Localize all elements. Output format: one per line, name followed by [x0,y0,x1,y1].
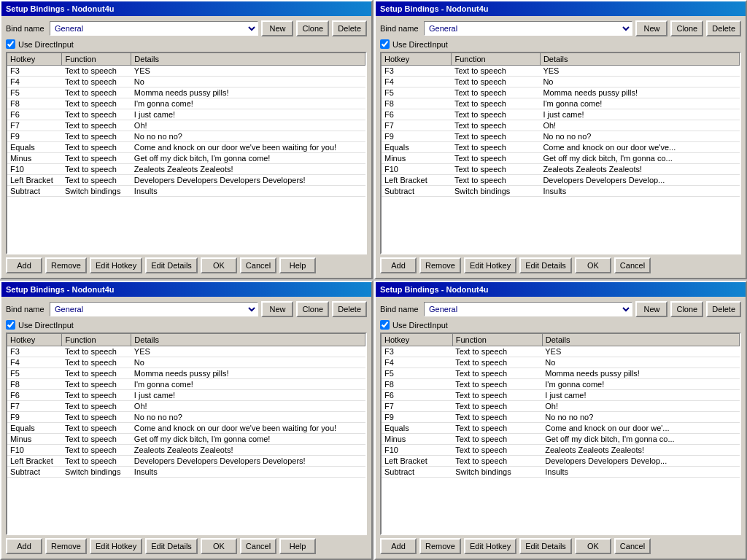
add-button-2[interactable]: Add [380,257,417,273]
add-button-4[interactable]: Add [380,538,417,554]
table-row[interactable]: EqualsText to speechCome and knock on ou… [7,423,365,434]
table-row[interactable]: SubtractSwitch bindingsInsults [382,467,740,478]
cancel-button-3[interactable]: Cancel [240,538,276,554]
title-bar-4: Setup Bindings - Nodonut4u [376,282,746,297]
directinput-checkbox-1[interactable] [6,39,15,49]
clone-button-1[interactable]: Clone [296,20,329,36]
ok-button-4[interactable]: OK [575,538,611,554]
cancel-button-1[interactable]: Cancel [240,257,276,273]
table-container-4[interactable]: Hotkey Function Details F3Text to speech… [380,332,741,535]
table-row[interactable]: F10Text to speechZealeots Zealeots Zeale… [7,445,365,456]
table-row[interactable]: F8Text to speechI'm gonna come! [382,98,740,109]
add-button-1[interactable]: Add [6,257,42,273]
new-button-1[interactable]: New [261,20,293,36]
table-row[interactable]: F4Text to speechNo [382,357,740,368]
bind-name-select-4[interactable]: General [424,302,632,316]
help-button-1[interactable]: Help [279,257,316,273]
edit-hotkey-button-3[interactable]: Edit Hotkey [90,538,142,554]
table-row[interactable]: F6Text to speechI just came! [7,109,365,120]
table-row[interactable]: MinusText to speechGet off my dick bitch… [7,434,365,445]
edit-hotkey-button-2[interactable]: Edit Hotkey [464,257,516,273]
clone-button-4[interactable]: Clone [670,301,703,317]
table-row[interactable]: F8Text to speechI'm gonna come! [7,379,365,390]
table-row[interactable]: Left BracketText to speechDevelopers Dev… [382,456,740,467]
table-row[interactable]: F4Text to speechNo [382,77,740,88]
clone-button-3[interactable]: Clone [296,301,329,317]
edit-hotkey-button-1[interactable]: Edit Hotkey [90,257,142,273]
delete-button-1[interactable]: Delete [332,20,367,36]
table-row[interactable]: F10Text to speechZealeots Zealeots Zeale… [7,164,365,175]
table-row[interactable]: F3Text to speechYES [7,66,365,77]
table-row[interactable]: F9Text to speechNo no no no? [7,131,365,142]
table-row[interactable]: F10Text to speechZealeots Zealeots Zeale… [382,445,740,456]
table-row[interactable]: F5Text to speechMomma needs pussy pills! [382,368,740,379]
table-row[interactable]: F10Text to speechZealeots Zealeots Zeale… [382,164,740,175]
table-row[interactable]: F4Text to speechNo [7,77,365,88]
table-row[interactable]: F6Text to speechI just came! [382,109,740,120]
table-row[interactable]: F3Text to speechYES [382,66,740,77]
table-container-1[interactable]: Hotkey Function Details F3Text to speech… [6,52,367,254]
ok-button-2[interactable]: OK [575,257,611,273]
table-row[interactable]: F6Text to speechI just came! [382,390,740,401]
table-row[interactable]: F9Text to speechNo no no no? [7,412,365,423]
directinput-checkbox-4[interactable] [380,320,390,330]
table-container-3[interactable]: Hotkey Function Details F3Text to speech… [6,332,367,535]
table-row[interactable]: Left BracketText to speechDevelopers Dev… [7,175,365,186]
directinput-checkbox-3[interactable] [6,320,15,330]
table-row[interactable]: F9Text to speechNo no no no? [382,412,740,423]
new-button-4[interactable]: New [635,301,667,317]
table-row[interactable]: F8Text to speechI'm gonna come! [7,98,365,109]
cancel-button-2[interactable]: Cancel [614,257,651,273]
table-row[interactable]: F9Text to speechNo no no no? [382,131,740,142]
table-row[interactable]: SubtractSwitch bindingsInsults [7,467,365,478]
help-button-3[interactable]: Help [279,538,316,554]
ok-button-1[interactable]: OK [201,257,237,273]
table-row[interactable]: Left BracketText to speechDevelopers Dev… [382,175,740,186]
ok-button-3[interactable]: OK [201,538,237,554]
table-row[interactable]: F8Text to speechI'm gonna come! [382,379,740,390]
table-row[interactable]: EqualsText to speechCome and knock on ou… [382,142,740,153]
delete-button-4[interactable]: Delete [706,301,741,317]
edit-details-button-2[interactable]: Edit Details [519,257,572,273]
table-row[interactable]: F6Text to speechI just came! [7,390,365,401]
table-row[interactable]: Left BracketText to speechDevelopers Dev… [7,456,365,467]
table-row[interactable]: F3Text to speechYES [7,346,365,357]
remove-button-1[interactable]: Remove [45,257,87,273]
remove-button-2[interactable]: Remove [419,257,461,273]
table-row[interactable]: EqualsText to speechCome and knock on ou… [382,423,740,434]
new-button-2[interactable]: New [635,20,667,36]
table-row[interactable]: SubtractSwitch bindingsInsults [7,186,365,197]
table-row[interactable]: F7Text to speechOh! [382,401,740,412]
cancel-button-4[interactable]: Cancel [614,538,651,554]
table-row[interactable]: MinusText to speechGet off my dick bitch… [7,153,365,164]
remove-button-3[interactable]: Remove [45,538,87,554]
table-row[interactable]: F7Text to speechOh! [382,120,740,131]
delete-button-2[interactable]: Delete [706,20,741,36]
table-row[interactable]: F3Text to speechYES [382,346,740,357]
table-container-2[interactable]: Hotkey Function Details F3Text to speech… [380,52,741,254]
new-button-3[interactable]: New [261,301,293,317]
table-row[interactable]: MinusText to speechGet off my dick bitch… [382,434,740,445]
clone-button-2[interactable]: Clone [670,20,703,36]
table-row[interactable]: F7Text to speechOh! [7,401,365,412]
remove-button-4[interactable]: Remove [419,538,461,554]
table-row[interactable]: F4Text to speechNo [7,357,365,368]
bind-name-label-2: Bind name [380,24,421,33]
bind-name-select-2[interactable]: General [424,21,632,36]
table-row[interactable]: F5Text to speechMomma needs pussy pills! [382,88,740,98]
table-row[interactable]: F5Text to speechMomma needs pussy pills! [7,368,365,379]
edit-details-button-4[interactable]: Edit Details [519,538,572,554]
table-row[interactable]: F5Text to speechMomma needs pussy pills! [7,88,365,98]
edit-details-button-3[interactable]: Edit Details [145,538,198,554]
table-row[interactable]: SubtractSwitch bindingsInsults [382,186,740,197]
delete-button-3[interactable]: Delete [332,301,367,317]
directinput-checkbox-2[interactable] [380,39,390,49]
bind-name-select-1[interactable]: General [50,21,258,36]
bind-name-select-3[interactable]: General [50,302,258,316]
edit-details-button-1[interactable]: Edit Details [145,257,198,273]
table-row[interactable]: MinusText to speechGet off my dick bitch… [382,153,740,164]
table-row[interactable]: EqualsText to speechCome and knock on ou… [7,142,365,153]
edit-hotkey-button-4[interactable]: Edit Hotkey [464,538,516,554]
table-row[interactable]: F7Text to speechOh! [7,120,365,131]
add-button-3[interactable]: Add [6,538,42,554]
